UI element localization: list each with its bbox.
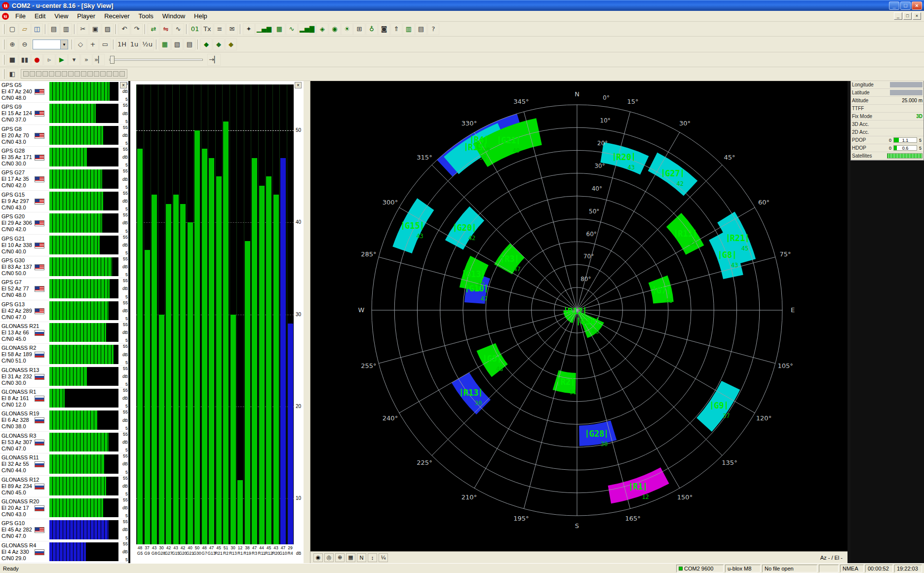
open-file-button[interactable]: ▱: [19, 23, 31, 35]
histogram-view-button[interactable]: ▂▅▇: [298, 23, 316, 35]
playback-position-slider[interactable]: [109, 55, 203, 64]
messages-view-button[interactable]: ✉: [226, 23, 238, 35]
menu-file[interactable]: File: [11, 11, 30, 21]
dock-placeholder[interactable]: [107, 71, 112, 77]
sky-options-button[interactable]: ▦: [346, 553, 355, 562]
dock-placeholder[interactable]: [113, 71, 118, 77]
print-button[interactable]: ▤: [48, 23, 60, 35]
minimize-button[interactable]: _: [889, 1, 899, 10]
close-icon[interactable]: ×: [295, 82, 302, 88]
toolbar-grip[interactable]: [3, 69, 4, 79]
docking-windows-button[interactable]: ⊞: [353, 23, 365, 35]
remove-table-button[interactable]: ▧: [171, 39, 183, 50]
edit-table-button[interactable]: ▤: [184, 39, 195, 50]
ruler-tool-button[interactable]: ▭: [99, 39, 111, 50]
connect-receiver-button[interactable]: ⇄: [148, 23, 159, 35]
dock-placeholder[interactable]: [100, 71, 106, 77]
mdi-maximize-button[interactable]: □: [903, 12, 912, 20]
north-indicator-button[interactable]: N: [357, 553, 366, 562]
record-button[interactable]: ●: [31, 54, 43, 66]
toolbar-grip[interactable]: [3, 24, 4, 34]
mdi-minimize-button[interactable]: _: [894, 12, 902, 20]
menu-player[interactable]: Player: [73, 11, 100, 21]
scale-1h-button[interactable]: 1H: [116, 39, 128, 50]
package-2-button[interactable]: ◆: [213, 39, 225, 50]
dock-placeholder[interactable]: [36, 71, 41, 77]
dock-placeholder[interactable]: [87, 71, 93, 77]
play-options-dropdown[interactable]: ▾: [68, 54, 80, 66]
dock-placeholder[interactable]: [62, 71, 67, 77]
disconnect-receiver-button[interactable]: ⇋: [160, 23, 172, 35]
stop-button[interactable]: ■: [6, 54, 18, 66]
pan-tool-button[interactable]: ◇: [75, 39, 86, 50]
dock-placeholder[interactable]: [119, 71, 125, 77]
close-button[interactable]: ×: [912, 1, 922, 10]
hotkeys-button[interactable]: ▤: [415, 23, 427, 35]
message-inspector-button[interactable]: ▥: [403, 23, 415, 35]
dock-placeholder[interactable]: [75, 71, 80, 77]
dock-placeholder[interactable]: [49, 71, 54, 77]
sky-zoom-in-button[interactable]: ◉: [313, 553, 323, 562]
add-table-button[interactable]: ▦: [159, 39, 171, 50]
package-3-button[interactable]: ◆: [225, 39, 237, 50]
dock-placeholder[interactable]: [81, 71, 86, 77]
menu-window[interactable]: Window: [158, 11, 190, 21]
panel-splitter[interactable]: [303, 81, 310, 563]
zoom-in-button[interactable]: ⊕: [6, 39, 18, 50]
cut-button[interactable]: ✂: [77, 23, 89, 35]
firmware-update-button[interactable]: ⇑: [390, 23, 402, 35]
menu-receiver[interactable]: Receiver: [100, 11, 134, 21]
new-file-button[interactable]: ▢: [6, 23, 18, 35]
package-1-button[interactable]: ◆: [200, 39, 212, 50]
configuration-view-button[interactable]: ✦: [243, 23, 255, 35]
play-button[interactable]: ▶: [56, 54, 68, 66]
dock-placeholder[interactable]: [55, 71, 61, 77]
packet-console-button[interactable]: ≡: [214, 23, 226, 35]
toolbar-grip[interactable]: [3, 55, 4, 65]
step-button[interactable]: ▹: [43, 54, 55, 66]
dock-placeholder[interactable]: [94, 71, 99, 77]
autobauding-button[interactable]: ∿: [172, 23, 184, 35]
slider-track[interactable]: [109, 59, 203, 61]
table-view-button[interactable]: ▦: [273, 23, 285, 35]
paste-button[interactable]: ▨: [102, 23, 114, 35]
dock-toggle-button[interactable]: ◧: [6, 68, 18, 80]
skip-to-end-button[interactable]: »▏: [93, 54, 105, 66]
google-earth-view-button[interactable]: ♁: [366, 23, 378, 35]
redo-button[interactable]: ↷: [131, 23, 143, 35]
track-history-button[interactable]: ↕: [368, 553, 377, 562]
pause-button[interactable]: ▮▮: [19, 54, 31, 66]
chart-select-combo[interactable]: ▾: [33, 40, 68, 49]
crosshair-tool-button[interactable]: +: [87, 39, 99, 50]
menu-view[interactable]: View: [50, 11, 73, 21]
about-button[interactable]: ?: [427, 23, 439, 35]
toolbar-grip[interactable]: [3, 40, 4, 49]
sky-zoom-out-button[interactable]: ◎: [324, 553, 334, 562]
chevron-down-icon[interactable]: ▾: [60, 40, 68, 49]
dock-placeholder[interactable]: [68, 71, 74, 77]
title-bar[interactable]: u COM2 - u-center 8.16 - [Sky View] _□×: [0, 0, 924, 11]
slider-thumb[interactable]: [110, 56, 115, 64]
menu-edit[interactable]: Edit: [30, 11, 50, 21]
jump-to-end-button[interactable]: →▏: [207, 54, 221, 66]
scale-1u-button[interactable]: 1u: [128, 39, 140, 50]
maximize-button[interactable]: □: [900, 1, 911, 10]
save-file-button[interactable]: ◫: [31, 23, 43, 35]
map-view-button[interactable]: ◈: [316, 23, 328, 35]
print-preview-button[interactable]: ▥: [60, 23, 72, 35]
chart-view-button[interactable]: ∿: [286, 23, 298, 35]
binary-console-button[interactable]: 01: [189, 23, 201, 35]
zoom-out-button[interactable]: ⊖: [19, 39, 31, 50]
dock-placeholder[interactable]: [30, 71, 35, 77]
scale-half-button[interactable]: ½u: [141, 39, 154, 50]
close-icon[interactable]: ×: [120, 82, 127, 88]
sky-center-button[interactable]: ⊕: [335, 553, 345, 562]
deviation-map-view-button[interactable]: ◉: [329, 23, 341, 35]
text-console-button[interactable]: Tx: [201, 23, 213, 35]
dock-placeholder[interactable]: [42, 71, 48, 77]
menu-help[interactable]: Help: [190, 11, 212, 21]
mdi-close-button[interactable]: ×: [913, 12, 921, 20]
fast-forward-button[interactable]: »: [80, 54, 92, 66]
camera-view-button[interactable]: ◙: [378, 23, 390, 35]
menu-tools[interactable]: Tools: [134, 11, 157, 21]
